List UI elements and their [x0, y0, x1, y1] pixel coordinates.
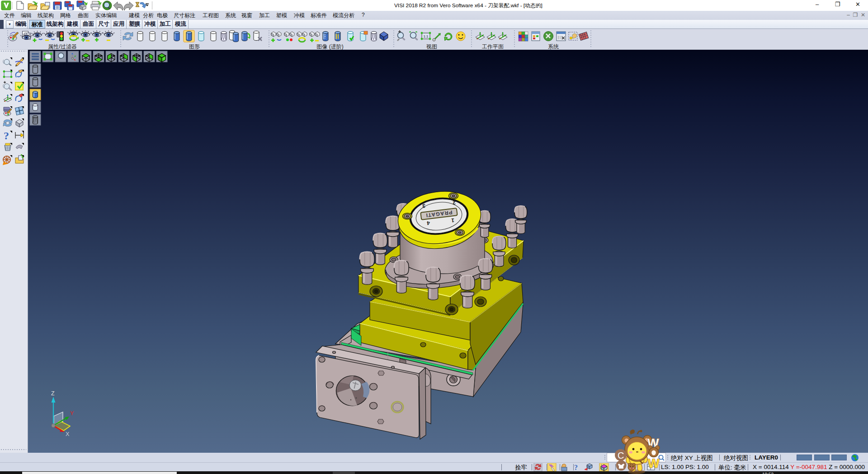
- svg-text:4: 4: [427, 220, 430, 226]
- svg-text:X: X: [66, 431, 70, 437]
- svg-text:W: W: [648, 457, 660, 470]
- svg-text:Y: Y: [70, 410, 74, 417]
- svg-text:Z: Z: [51, 390, 55, 397]
- svg-text:2: 2: [453, 199, 456, 206]
- svg-text:C: C: [618, 450, 624, 460]
- svg-text:1: 1: [451, 217, 454, 223]
- svg-text:?: ?: [574, 464, 578, 471]
- svg-text:3: 3: [422, 203, 425, 209]
- svg-text:1:1: 1:1: [423, 34, 429, 38]
- svg-text:?: ?: [4, 130, 9, 142]
